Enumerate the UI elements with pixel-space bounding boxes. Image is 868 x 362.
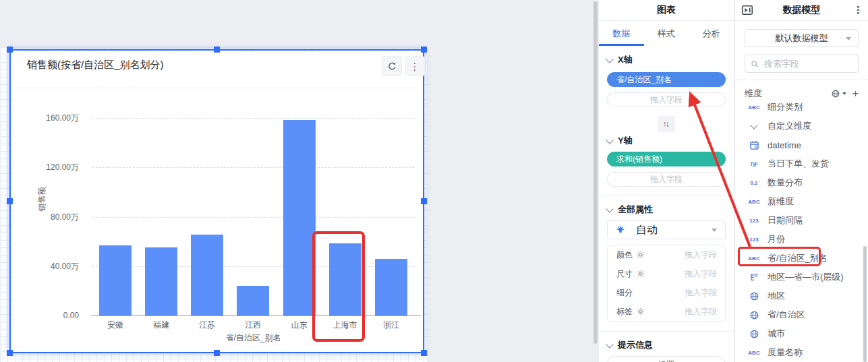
- field-item-日期间隔[interactable]: 123日期间隔: [745, 211, 859, 230]
- swap-arrows-icon: ↑↓: [663, 119, 668, 129]
- x-axis-title: 省/自治区_别名: [92, 332, 414, 344]
- field-search-input[interactable]: [763, 58, 852, 69]
- chevron-down-icon: [746, 125, 762, 128]
- bar-福建[interactable]: [145, 247, 177, 315]
- field-label: 地区—省—市(层级): [768, 271, 844, 283]
- field-item-datetime[interactable]: datetime: [745, 135, 859, 154]
- field-item-地区[interactable]: 地区: [745, 286, 859, 305]
- x-axis-line: [91, 315, 421, 316]
- field-item-当日下单、发货[interactable]: T|F当日下单、发货: [745, 154, 859, 173]
- y-tick-label: 160.00万: [46, 113, 79, 124]
- refresh-button[interactable]: [382, 56, 402, 76]
- collapse-panel-button[interactable]: [741, 4, 753, 16]
- x-axis-field-pill[interactable]: 省/自治区_别名: [607, 72, 726, 87]
- tab-分析[interactable]: 分析: [689, 21, 734, 46]
- tab-数据[interactable]: 数据: [599, 21, 644, 46]
- property-row-颜色[interactable]: 颜色拖入字段: [608, 245, 725, 264]
- chevron-down-icon: [606, 55, 613, 63]
- tab-样式[interactable]: 样式: [644, 21, 689, 46]
- data-model-select-value: 默认数据模型: [776, 32, 828, 44]
- bar-安徽[interactable]: [99, 245, 132, 315]
- number-type-icon: 123: [746, 218, 762, 224]
- y-axis-drop-zone[interactable]: 拖入字段: [607, 172, 726, 187]
- model-panel-title: 数据模型: [783, 4, 821, 16]
- chevron-down-icon: [606, 205, 613, 212]
- drop-placeholder-label: 拖入字段: [685, 287, 717, 299]
- bar-slot: [322, 118, 368, 315]
- geo-role-button[interactable]: [831, 89, 846, 98]
- refresh-icon: [387, 61, 397, 71]
- model-panel-header: 数据模型 ⋮: [735, 0, 868, 21]
- field-label: datetime: [768, 140, 801, 150]
- field-item-新维度[interactable]: ABC新维度: [745, 192, 859, 211]
- tooltip-settings-button[interactable]: 设置: [607, 356, 726, 362]
- x-axis-field-label: 省/自治区_别名: [616, 74, 672, 86]
- field-item-省/自治区[interactable]: 省/自治区: [745, 305, 859, 324]
- section-all-properties[interactable]: 全部属性: [607, 204, 726, 216]
- caret-down-icon: [712, 229, 717, 232]
- section-y-axis[interactable]: Y轴: [607, 135, 726, 147]
- chart-config-panel: 图表 数据样式分析 X轴 省/自治区_别名 拖入字段 ↑↓ Y轴: [599, 0, 734, 362]
- field-search-box[interactable]: [745, 55, 859, 73]
- bar-山东[interactable]: [283, 120, 316, 315]
- x-category-labels: 安徽福建江苏江西山东上海市浙江: [92, 320, 414, 331]
- property-row-尺寸[interactable]: 尺寸拖入字段: [608, 264, 725, 283]
- x-category-label: 安徽: [92, 320, 138, 331]
- data-model-panel: 数据模型 ⋮ 默认数据模型 维度: [735, 0, 868, 362]
- resize-handle-bottom-mid[interactable]: [214, 350, 220, 356]
- card-menu-button[interactable]: ⋮: [405, 56, 425, 76]
- field-item-细分类别[interactable]: ABC细分类别: [745, 98, 859, 117]
- field-item-地区—省—市(层级)[interactable]: 地区—省—市(层级): [745, 268, 859, 286]
- swap-axes-button[interactable]: ↑↓: [658, 116, 675, 132]
- property-row-标签[interactable]: 标签拖入字段: [608, 302, 725, 321]
- resize-handle-bottom-left[interactable]: [7, 350, 13, 356]
- bar-slot: [138, 118, 184, 315]
- divider: [599, 331, 734, 332]
- canvas-scrollbar[interactable]: [594, 1, 598, 344]
- resize-handle-left-mid[interactable]: [7, 198, 13, 204]
- bar-江苏[interactable]: [191, 235, 223, 315]
- resize-handle-bottom-right[interactable]: [421, 350, 427, 356]
- kebab-icon: ⋮: [853, 4, 863, 16]
- resize-handle-top-left[interactable]: [7, 47, 13, 53]
- y-axis-field-pill[interactable]: 求和(销售额): [607, 152, 726, 167]
- bar-上海市[interactable]: [329, 243, 361, 315]
- bar-slot: [184, 118, 230, 315]
- chevron-down-icon: [606, 340, 613, 348]
- y-tick-label: 120.00万: [46, 162, 79, 173]
- resize-handle-top-mid[interactable]: [214, 47, 220, 53]
- globe-icon: [831, 89, 840, 98]
- number-type-icon: 123: [746, 237, 762, 243]
- chart-card[interactable]: 销售额(按省/自治区_别名划分) ⋮ 销售额 160.00万120.00万80.…: [9, 49, 424, 353]
- resize-handle-right-mid[interactable]: [421, 198, 427, 204]
- add-field-button[interactable]: +: [852, 88, 859, 99]
- section-tooltip[interactable]: 提示信息: [607, 339, 726, 351]
- theme-mode-select[interactable]: 自动: [607, 220, 726, 239]
- field-item-省/自治区_别名[interactable]: ABC省/自治区_别名: [745, 249, 859, 268]
- bar-江西[interactable]: [237, 286, 269, 315]
- kebab-icon: ⋮: [410, 61, 420, 71]
- data-model-select[interactable]: 默认数据模型: [745, 29, 859, 47]
- field-item-度量名称[interactable]: ABC度量名称: [745, 343, 859, 362]
- x-axis-drop-zone[interactable]: 拖入字段: [607, 92, 726, 107]
- field-item-数量分布[interactable]: 0.2数量分布: [745, 173, 859, 192]
- model-panel-scrollbar[interactable]: [863, 246, 867, 362]
- field-item-月份[interactable]: 123月份: [745, 230, 859, 249]
- drop-placeholder-label: 拖入字段: [685, 249, 717, 261]
- tooltip-section-label: 提示信息: [618, 339, 653, 351]
- field-label: 省/自治区_别名: [768, 252, 828, 264]
- field-label: 自定义维度: [768, 120, 811, 132]
- field-group-自定义维度[interactable]: 自定义维度: [745, 117, 859, 135]
- tooltip-settings-label: 设置: [658, 359, 674, 362]
- drop-placeholder-label: 拖入字段: [685, 268, 717, 280]
- bar-浙江[interactable]: [375, 259, 407, 315]
- field-item-城市[interactable]: 城市: [745, 324, 859, 343]
- property-row-细分[interactable]: 细分拖入字段: [608, 283, 725, 302]
- x-category-label: 浙江: [368, 320, 414, 331]
- y-tick-label: 40.00万: [51, 260, 79, 272]
- section-x-axis[interactable]: X轴: [607, 54, 726, 66]
- bar-series: [92, 118, 414, 315]
- panel-menu-button[interactable]: ⋮: [853, 5, 863, 15]
- resize-handle-top-right[interactable]: [421, 47, 427, 53]
- bar-slot: [92, 118, 138, 315]
